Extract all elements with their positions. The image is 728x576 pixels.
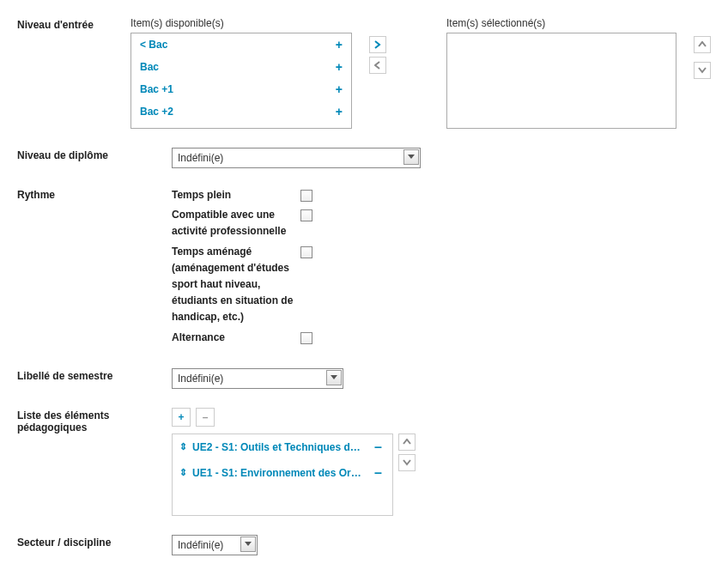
plus-icon[interactable]: +: [336, 105, 343, 118]
label-niveau-entree: Niveau d'entrée: [17, 17, 130, 31]
ped-item[interactable]: ⇕ UE1 - S1: Environnement des Organisa..…: [173, 460, 392, 486]
drag-handle-icon[interactable]: ⇕: [179, 441, 187, 452]
label-niveau-diplome: Niveau de diplôme: [17, 148, 172, 161]
rythme-option-label: Compatible avec une activité professionn…: [172, 207, 300, 239]
label-libelle-semestre: Libellé de semestre: [17, 368, 172, 382]
ped-move-down-button[interactable]: [398, 454, 416, 471]
drag-handle-icon[interactable]: ⇕: [179, 467, 187, 478]
libelle-semestre-select[interactable]: Indéfini(e): [172, 368, 343, 389]
rythme-checkbox[interactable]: [300, 332, 312, 344]
rythme-checkbox[interactable]: [300, 190, 312, 202]
rythme-checkbox[interactable]: [300, 246, 312, 258]
ped-add-button[interactable]: +: [172, 408, 191, 427]
available-item[interactable]: Bac+: [131, 56, 351, 78]
ped-list[interactable]: ⇕ UE2 - S1: Outils et Techniques de Gest…: [172, 434, 393, 516]
move-down-button[interactable]: [694, 62, 711, 79]
ped-item[interactable]: ⇕ UE2 - S1: Outils et Techniques de Gest…: [173, 434, 392, 460]
label-liste-ped: Liste des éléments pédagogiques: [17, 408, 172, 434]
rythme-option-label: Temps aménagé (aménagement d'études spor…: [172, 244, 300, 326]
label-items-available: Item(s) disponible(s): [130, 17, 352, 29]
available-item[interactable]: Bac +3+: [131, 123, 351, 129]
plus-icon[interactable]: +: [336, 60, 343, 74]
available-item[interactable]: Bac +2+: [131, 100, 351, 123]
move-right-button[interactable]: [369, 36, 386, 53]
available-list[interactable]: < Bac+ Bac+ Bac +1+ Bac +2+ Bac +3+: [130, 33, 352, 129]
plus-icon[interactable]: +: [336, 127, 343, 129]
selected-list[interactable]: [446, 33, 676, 129]
ped-remove-button[interactable]: –: [196, 408, 215, 427]
niveau-diplome-select[interactable]: Indéfini(e): [172, 148, 421, 168]
label-items-selected: Item(s) sélectionné(s): [446, 17, 676, 29]
move-left-button[interactable]: [369, 57, 386, 74]
ped-item-remove-icon[interactable]: –: [371, 465, 385, 481]
rythme-option-label: Temps plein: [172, 187, 300, 203]
move-up-button[interactable]: [694, 36, 711, 53]
rythme-option-label: Alternance: [172, 330, 300, 346]
ped-item-remove-icon[interactable]: –: [371, 440, 385, 455]
ped-move-up-button[interactable]: [398, 434, 416, 451]
available-item[interactable]: Bac +1+: [131, 78, 351, 100]
secteur-select[interactable]: Indéfini(e): [172, 535, 258, 555]
plus-icon[interactable]: +: [336, 82, 343, 96]
label-rythme: Rythme: [17, 187, 172, 201]
rythme-checkbox[interactable]: [300, 209, 312, 221]
available-item[interactable]: < Bac+: [131, 33, 351, 56]
plus-icon[interactable]: +: [336, 38, 343, 52]
label-secteur: Secteur / discipline: [17, 535, 172, 549]
